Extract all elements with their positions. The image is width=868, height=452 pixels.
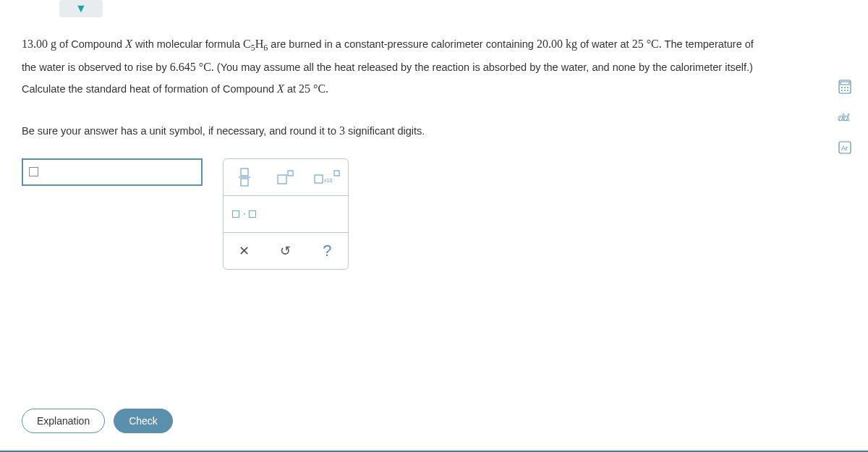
ruler-icon[interactable]: ⅆⅆ₀ xyxy=(838,110,852,124)
tool-clear[interactable]: ✕ xyxy=(224,233,265,269)
chevron-down-icon: ▼ xyxy=(75,2,87,15)
svg-point-11 xyxy=(844,87,846,88)
svg-rect-0 xyxy=(241,169,248,176)
close-icon: ✕ xyxy=(239,243,250,259)
formula: C5H6 xyxy=(243,38,268,50)
check-button[interactable]: Check xyxy=(114,409,173,433)
svg-text:₀: ₀ xyxy=(848,116,850,123)
tool-fraction[interactable] xyxy=(224,159,265,195)
answer-placeholder-box xyxy=(29,167,38,176)
svg-point-15 xyxy=(847,90,848,91)
help-icon: ? xyxy=(323,242,331,260)
mass-value: 13.00 xyxy=(22,38,48,50)
svg-point-14 xyxy=(844,90,846,91)
svg-rect-3 xyxy=(278,175,286,184)
periodic-table-icon[interactable]: Ar xyxy=(838,140,852,155)
svg-text:Ar: Ar xyxy=(841,145,848,152)
svg-rect-2 xyxy=(241,179,248,186)
tool-superscript[interactable] xyxy=(265,159,306,195)
tool-reset[interactable]: ↺ xyxy=(265,233,306,269)
svg-rect-9 xyxy=(841,82,849,85)
svg-rect-4 xyxy=(288,171,293,176)
svg-rect-5 xyxy=(315,175,323,183)
svg-rect-7 xyxy=(334,171,339,176)
side-icon-bar: ⅆⅆ₀ Ar xyxy=(838,80,852,155)
tool-multiply[interactable]: · xyxy=(224,196,265,232)
problem-statement: 13.00 g of Compound X with molecular for… xyxy=(0,17,817,142)
calculator-icon[interactable] xyxy=(838,80,852,94)
math-tool-palette: x10 · ✕ xyxy=(223,158,349,270)
svg-point-10 xyxy=(841,87,843,88)
undo-icon: ↺ xyxy=(280,243,291,259)
tool-scientific-notation[interactable]: x10 xyxy=(307,159,348,195)
answer-input[interactable] xyxy=(22,158,203,186)
explanation-button[interactable]: Explanation xyxy=(22,409,105,433)
tool-help[interactable]: ? xyxy=(307,233,348,269)
svg-point-12 xyxy=(847,87,848,88)
svg-text:x10: x10 xyxy=(324,178,332,183)
footer-actions: Explanation Check xyxy=(22,409,173,433)
svg-point-13 xyxy=(841,90,843,91)
collapse-tab[interactable]: ▼ xyxy=(59,0,103,17)
